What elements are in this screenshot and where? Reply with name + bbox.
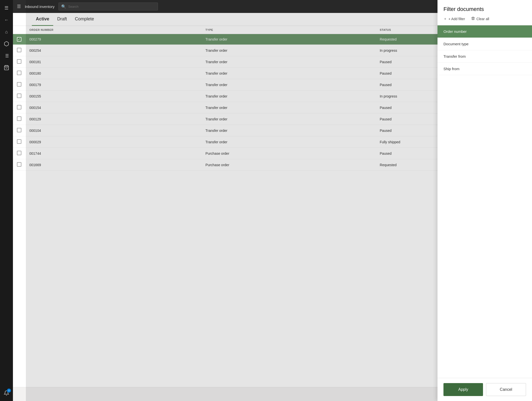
- add-icon: ＋: [443, 17, 447, 21]
- filter-list-item[interactable]: Ship from: [437, 63, 532, 75]
- row-checkbox[interactable]: [17, 48, 21, 52]
- filter-actions: ＋ + Add filter Clear all: [443, 16, 526, 21]
- row-checkbox[interactable]: [17, 128, 21, 132]
- filter-list-item[interactable]: Order number: [437, 25, 532, 38]
- apply-button[interactable]: Apply: [443, 383, 483, 396]
- checkbox-cell[interactable]: [13, 68, 25, 79]
- clear-all-label: Clear all: [477, 17, 489, 21]
- checkbox-cell[interactable]: [13, 148, 25, 159]
- filter-list-item[interactable]: Transfer from: [437, 50, 532, 63]
- bag-icon[interactable]: [1, 63, 11, 73]
- checkbox-cell[interactable]: [13, 79, 25, 91]
- filter-panel: Filter documents ＋ + Add filter: [437, 0, 532, 401]
- clear-icon: [471, 16, 475, 21]
- row-checkbox[interactable]: [17, 139, 21, 144]
- row-checkbox[interactable]: ✓: [17, 37, 21, 42]
- col-checkbox: [13, 26, 25, 34]
- row-checkbox[interactable]: [17, 162, 21, 167]
- hamburger-icon[interactable]: ☰: [17, 4, 21, 9]
- add-filter-button[interactable]: ＋ + Add filter: [443, 17, 465, 21]
- notification-badge: 0: [7, 389, 11, 393]
- filter-footer: Apply Cancel: [437, 378, 532, 401]
- checkbox-cell[interactable]: [13, 159, 25, 171]
- list-icon[interactable]: [1, 51, 11, 61]
- box-icon[interactable]: [1, 39, 11, 49]
- row-checkbox[interactable]: [17, 82, 21, 87]
- notification-icon[interactable]: 0: [1, 388, 11, 398]
- row-checkbox[interactable]: [17, 151, 21, 155]
- cancel-button[interactable]: Cancel: [486, 383, 526, 396]
- home-icon[interactable]: ⌂: [1, 27, 11, 37]
- main-area: ☰ Inbound inventory 🔍 Active Draft Compl…: [13, 0, 532, 401]
- checkbox-cell[interactable]: [13, 125, 25, 136]
- checkbox-cell[interactable]: [13, 45, 25, 56]
- checkbox-cell[interactable]: [13, 136, 25, 148]
- checkbox-cell[interactable]: ✓: [13, 34, 25, 45]
- back-icon[interactable]: ←: [1, 15, 11, 25]
- menu-icon[interactable]: ☰: [1, 3, 11, 13]
- row-checkbox[interactable]: [17, 94, 21, 98]
- row-checkbox[interactable]: [17, 116, 21, 121]
- sidebar: ☰ ← ⌂ 0: [0, 0, 13, 401]
- filter-list: Order numberDocument typeTransfer fromSh…: [437, 25, 532, 378]
- row-checkbox[interactable]: [17, 71, 21, 75]
- checkbox-cell[interactable]: [13, 102, 25, 113]
- filter-header: Filter documents ＋ + Add filter: [437, 0, 532, 25]
- row-checkbox[interactable]: [17, 105, 21, 109]
- filter-title: Filter documents: [443, 6, 526, 12]
- filter-list-item[interactable]: Document type: [437, 38, 532, 50]
- add-filter-label: + Add filter: [448, 17, 465, 21]
- checkbox-cell[interactable]: [13, 113, 25, 125]
- clear-all-button[interactable]: Clear all: [471, 16, 489, 21]
- checkbox-cell[interactable]: [13, 56, 25, 68]
- checkbox-cell[interactable]: [13, 91, 25, 102]
- row-checkbox[interactable]: [17, 59, 21, 64]
